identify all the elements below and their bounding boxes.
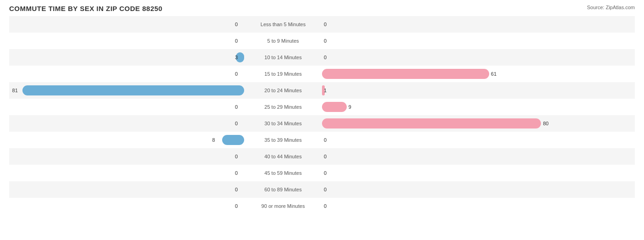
row-label: 90 or more Minutes (262, 203, 305, 209)
bar-male (222, 135, 244, 145)
table-row: 00Less than 5 Minutes (9, 16, 635, 33)
table-row: 06115 to 19 Minutes (9, 66, 635, 82)
value-female: 0 (324, 154, 327, 159)
value-male: 3 (235, 55, 238, 60)
value-female: 9 (349, 104, 351, 110)
row-label: 25 to 29 Minutes (264, 104, 301, 110)
value-female: 61 (491, 71, 497, 77)
bar-female (322, 102, 347, 112)
value-male: 0 (235, 71, 238, 77)
bar-male (22, 85, 244, 95)
table-row: 0060 to 89 Minutes (9, 181, 635, 198)
table-row: 005 to 9 Minutes (9, 33, 635, 49)
value-male: 0 (235, 104, 238, 110)
table-row: 08030 to 34 Minutes (9, 115, 635, 132)
value-male: 0 (235, 170, 238, 176)
row-label: 35 to 39 Minutes (264, 137, 301, 143)
table-row: 8035 to 39 Minutes (9, 132, 635, 148)
row-label: 60 to 89 Minutes (264, 187, 301, 192)
table-row: 0045 to 59 Minutes (9, 165, 635, 181)
value-male: 0 (235, 38, 238, 44)
row-label: 15 to 19 Minutes (264, 71, 301, 77)
value-female: 80 (543, 121, 548, 126)
bar-female (322, 69, 489, 79)
value-male: 0 (235, 121, 238, 126)
value-male: 81 (12, 88, 18, 93)
chart-container: COMMUTE TIME BY SEX IN ZIP CODE 88250 So… (0, 0, 644, 240)
value-female: 0 (324, 22, 327, 27)
table-row: 0090 or more Minutes (9, 198, 635, 214)
value-male: 0 (235, 154, 238, 159)
table-row: 81120 to 24 Minutes (9, 82, 635, 99)
chart-area: 00Less than 5 Minutes005 to 9 Minutes301… (9, 16, 635, 201)
table-row: 0040 to 44 Minutes (9, 148, 635, 165)
value-male: 0 (235, 22, 238, 27)
value-male: 0 (235, 187, 238, 192)
row-label: 5 to 9 Minutes (267, 38, 299, 44)
value-male: 8 (212, 137, 215, 143)
value-female: 0 (324, 55, 327, 60)
row-label: 20 to 24 Minutes (264, 88, 301, 93)
value-female: 1 (324, 88, 327, 93)
value-female: 0 (324, 187, 327, 192)
value-female: 0 (324, 137, 327, 143)
row-label: 40 to 44 Minutes (264, 154, 301, 159)
value-female: 0 (324, 170, 327, 176)
row-label: 10 to 14 Minutes (264, 55, 301, 60)
value-female: 0 (324, 38, 327, 44)
bar-female (322, 118, 541, 128)
row-label: 30 to 34 Minutes (264, 121, 301, 126)
table-row: 0925 to 29 Minutes (9, 99, 635, 115)
chart-title: COMMUTE TIME BY SEX IN ZIP CODE 88250 (9, 5, 635, 12)
value-female: 0 (324, 203, 327, 209)
table-row: 3010 to 14 Minutes (9, 49, 635, 66)
row-label: Less than 5 Minutes (261, 22, 306, 27)
value-male: 0 (235, 203, 238, 209)
source-label: Source: ZipAtlas.com (587, 5, 635, 10)
row-label: 45 to 59 Minutes (264, 170, 301, 176)
